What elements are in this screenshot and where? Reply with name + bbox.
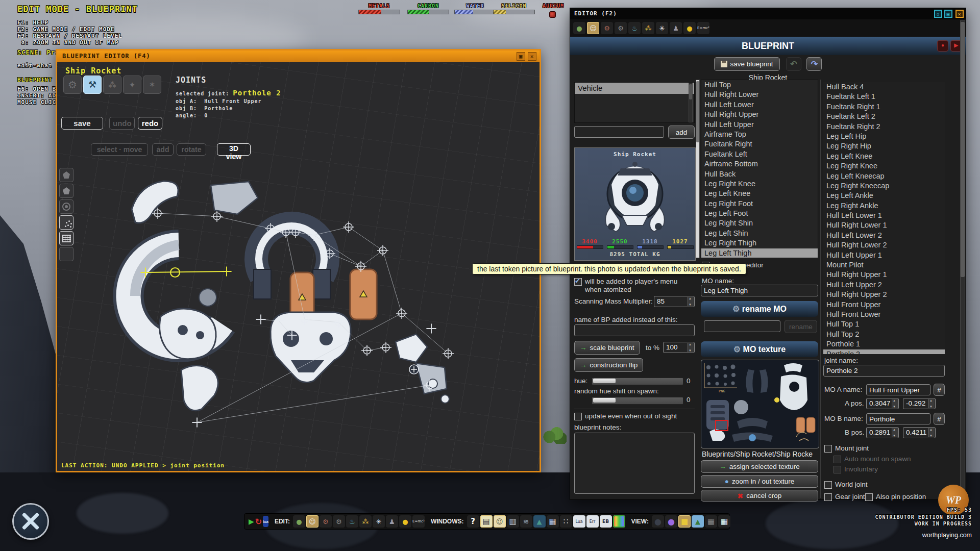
list-item[interactable]: Hull Left Lower 1 [823, 211, 945, 220]
actors-icon[interactable] [670, 22, 682, 34]
list-item[interactable]: Hull Top 2 [823, 330, 945, 339]
landscape-icon[interactable] [692, 515, 704, 528]
list-item[interactable]: Leg Left Shin [701, 229, 818, 238]
list-item[interactable]: Hull Back 4 [823, 82, 945, 92]
list-item[interactable]: Airframe Top [701, 130, 818, 139]
gear-joint-checkbox[interactable]: Gear joint [824, 493, 865, 501]
a-pos-x-spinner[interactable]: 0.3047 [866, 398, 899, 409]
mo-list-scrollbar[interactable] [696, 80, 700, 258]
involuntary-checkbox[interactable]: Involuntary [834, 465, 878, 473]
restore-window-icon[interactable]: ▣ [944, 10, 952, 18]
mount-joint-checkbox[interactable]: Mount joint [824, 444, 869, 453]
list-item[interactable]: Porthole 2 [823, 349, 945, 354]
list-item[interactable]: Leg Right Shin [701, 218, 818, 228]
add-mode-button[interactable]: add [152, 143, 174, 156]
astronaut-window-icon[interactable] [494, 515, 506, 528]
blueprint-canvas[interactable]: Ship Rocket JOINTS selected joint: Porth… [57, 62, 540, 471]
particle-tool-icon[interactable] [59, 215, 74, 230]
list-item[interactable]: Leg Left Thigh [701, 248, 818, 258]
list-item[interactable]: Hull Left Upper 1 [823, 251, 945, 260]
also-pin-checkbox[interactable]: Also pin position [865, 493, 926, 501]
joint-list[interactable]: Hull Back 4Fueltank Left 1Fueltank Right… [823, 82, 945, 354]
add-category-button[interactable]: add [668, 126, 695, 139]
astronaut-icon[interactable] [306, 515, 318, 528]
hue-slider[interactable] [592, 378, 683, 385]
porthole-tool-icon[interactable] [59, 199, 74, 214]
orb-icon[interactable] [399, 515, 411, 528]
emc2-icon[interactable] [697, 22, 709, 34]
restore-window-icon[interactable]: ▣ [517, 52, 525, 61]
errors-icon[interactable] [586, 515, 599, 528]
list-item[interactable]: Fueltank Left [701, 149, 818, 159]
lua-console-icon[interactable] [263, 516, 268, 527]
3d-view-button[interactable]: 3D view [217, 143, 251, 156]
list-item[interactable]: Leg Right Knee [823, 161, 945, 171]
atomized-checkbox[interactable]: will be added to player's menu when atom… [574, 278, 692, 294]
astronaut-icon[interactable] [587, 22, 599, 34]
list-item[interactable]: Leg Left Hip [823, 132, 945, 141]
panels-icon[interactable] [547, 515, 559, 528]
waveform-icon[interactable] [520, 515, 532, 528]
rover-icon[interactable] [601, 22, 613, 34]
list-item[interactable]: Fueltank Left 2 [823, 112, 945, 121]
save-button[interactable]: save [61, 117, 103, 130]
redo-button[interactable]: redo [138, 117, 162, 130]
grid-icon[interactable] [705, 515, 717, 528]
list-item[interactable]: Leg Left Foot [701, 209, 818, 218]
skeleton-tool-icon[interactable] [143, 76, 161, 94]
flask-icon[interactable] [628, 22, 641, 34]
minimize-window-icon[interactable]: ▫ [934, 10, 942, 18]
mo-b-pick-button[interactable]: # [934, 413, 945, 425]
b-pos-y-spinner[interactable]: 0.4211 [903, 427, 936, 438]
list-item[interactable]: Fueltank Left 1 [823, 92, 945, 102]
split-window-icon[interactable] [507, 515, 519, 528]
rotate-button[interactable]: rotate [177, 143, 206, 156]
list-item[interactable]: Fueltank Right 1 [823, 102, 945, 112]
list-item[interactable]: Leg Right Foot [701, 199, 818, 209]
palette-icon[interactable] [613, 515, 625, 528]
planet-icon[interactable] [293, 515, 305, 528]
list-item[interactable]: Hull Top [701, 80, 818, 90]
list-item[interactable]: Hull Right Lower [701, 90, 818, 99]
blueprint-window-titlebar[interactable]: BLUEPRINT EDITOR (F4) ▣ ✕ [57, 51, 540, 62]
rename-input[interactable] [704, 320, 780, 332]
wheel-tool-icon[interactable] [59, 184, 74, 198]
category-list-scrollbar[interactable] [689, 83, 693, 122]
list-item[interactable]: Hull Left Lower [701, 100, 818, 110]
list-item[interactable]: Hull Right Lower 2 [823, 240, 945, 250]
cancel-crop-button[interactable]: ✖ cancel crop [701, 490, 818, 502]
list-item[interactable]: Airframe Bottom [701, 159, 818, 169]
starburst-icon[interactable] [656, 22, 668, 34]
scan-mass-spinner[interactable]: 85 [654, 296, 695, 307]
list-item[interactable]: Hull Top 1 [823, 319, 945, 329]
gear-tool-icon[interactable] [63, 76, 82, 94]
record-icon[interactable]: ● [937, 40, 948, 52]
list-item[interactable]: Hull Left Lower 2 [823, 231, 945, 240]
blank-tool-icon[interactable] [59, 247, 74, 261]
list-item[interactable]: Leg Left Ankle [823, 191, 945, 201]
assign-texture-button[interactable]: → assign selected texture [701, 460, 818, 473]
burst-tool-icon[interactable] [123, 76, 141, 94]
mo-list[interactable]: Hull TopHull Right LowerHull Left LowerH… [701, 80, 818, 258]
scale-blueprint-button[interactable]: → scale blueprint [574, 341, 640, 355]
gear-icon[interactable] [615, 22, 627, 34]
list-item[interactable]: Porthole 1 [823, 339, 945, 349]
category-list[interactable]: Vehicle [574, 82, 695, 123]
window-scrollbar[interactable] [960, 20, 965, 499]
pentagon-tool-icon[interactable] [59, 168, 74, 182]
scale-percent-spinner[interactable]: 100 [663, 342, 695, 353]
flask-icon[interactable] [346, 515, 358, 528]
list-item[interactable]: Hull Right Upper [701, 110, 818, 119]
list-item[interactable]: Leg Right Knee [701, 179, 818, 189]
play-icon[interactable] [249, 516, 254, 527]
help-icon[interactable] [467, 515, 479, 528]
b-pos-x-spinner[interactable]: 0.2891 [866, 427, 899, 438]
list-item[interactable]: Fueltank Right [701, 139, 818, 149]
list-item[interactable]: Hull Right Upper 1 [823, 270, 945, 280]
a-pos-y-spinner[interactable]: -0.292 [903, 398, 936, 409]
starburst-icon[interactable] [373, 515, 385, 528]
eb-icon[interactable] [600, 515, 612, 528]
list-item[interactable]: Vehicle [575, 83, 694, 94]
lua-window-icon[interactable] [573, 515, 585, 528]
dots-panel-icon[interactable] [560, 515, 572, 528]
